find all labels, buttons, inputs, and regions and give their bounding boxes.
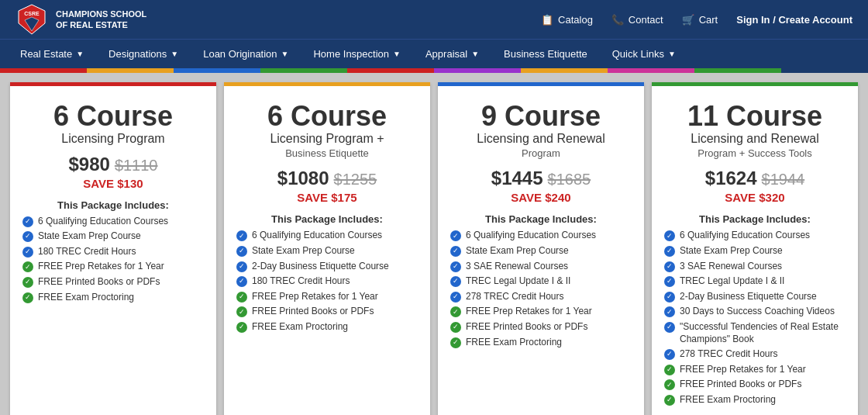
program-name: Licensing and Renewal bbox=[664, 132, 846, 146]
list-item: ✓TREC Legal Update I & II bbox=[450, 275, 632, 288]
check-icon: ✓ bbox=[450, 246, 461, 257]
logo-area: CSRE CHAMPIONS SCHOOL OF REAL ESTATE bbox=[16, 3, 146, 36]
check-icon: ✓ bbox=[450, 292, 461, 303]
feature-text: TREC Legal Update I & II bbox=[680, 275, 784, 288]
list-item: ✓FREE Printed Books or PDFs bbox=[236, 306, 418, 318]
price-save: SAVE $130 bbox=[22, 177, 204, 190]
contact-link[interactable]: 📞 Contact bbox=[611, 14, 663, 26]
color-bar-pink bbox=[608, 68, 694, 73]
chevron-down-icon: ▼ bbox=[471, 50, 479, 58]
list-item: ✓3 SAE Renewal Courses bbox=[664, 261, 846, 273]
check-icon: ✓ bbox=[450, 276, 461, 287]
list-item: ✓State Exam Prep Course bbox=[22, 230, 204, 243]
chevron-down-icon: ▼ bbox=[393, 50, 401, 58]
list-item: ✓6 Qualifying Education Courses bbox=[664, 230, 846, 242]
chevron-down-icon: ▼ bbox=[668, 50, 676, 58]
list-item: ✓FREE Prep Retakes for 1 Year bbox=[22, 261, 204, 273]
price-save: SAVE $175 bbox=[236, 191, 418, 204]
course-number: 11 Course bbox=[664, 101, 846, 132]
cards-container: 6 CourseLicensing Program$980$1110SAVE $… bbox=[0, 73, 868, 415]
check-icon: ✓ bbox=[664, 395, 675, 406]
card-top-bar bbox=[224, 82, 430, 86]
check-icon: ✓ bbox=[22, 292, 33, 303]
color-bar-red2 bbox=[347, 68, 434, 73]
price-save: SAVE $320 bbox=[664, 191, 846, 204]
list-item: ✓6 Qualifying Education Courses bbox=[236, 230, 418, 242]
price-current: $980 bbox=[68, 154, 109, 175]
check-icon: ✓ bbox=[236, 292, 247, 303]
check-icon: ✓ bbox=[664, 322, 675, 333]
price-original: $1685 bbox=[548, 171, 591, 188]
check-icon: ✓ bbox=[450, 322, 461, 333]
color-bar-navy bbox=[781, 68, 868, 73]
check-icon: ✓ bbox=[664, 306, 675, 317]
list-item: ✓FREE Exam Proctoring bbox=[236, 321, 418, 334]
check-icon: ✓ bbox=[22, 247, 33, 258]
program-subtitle: Business Etiquette bbox=[236, 147, 418, 161]
list-item: ✓FREE Prep Retakes for 1 Year bbox=[450, 306, 632, 318]
logo-text: CHAMPIONS SCHOOL OF REAL ESTATE bbox=[56, 9, 146, 31]
feature-text: 2-Day Business Etiquette Course bbox=[680, 291, 817, 303]
nav-appraisal[interactable]: Appraisal ▼ bbox=[413, 40, 491, 69]
nav-loan-origination[interactable]: Loan Origination ▼ bbox=[191, 40, 301, 69]
course-number: 6 Course bbox=[236, 101, 418, 132]
list-item: ✓FREE Exam Proctoring bbox=[664, 394, 846, 406]
list-item: ✓FREE Printed Books or PDFs bbox=[664, 379, 846, 391]
price-original: $1110 bbox=[115, 157, 158, 174]
feature-text: FREE Exam Proctoring bbox=[252, 321, 348, 334]
feature-list: ✓6 Qualifying Education Courses✓State Ex… bbox=[236, 230, 418, 333]
feature-text: 6 Qualifying Education Courses bbox=[252, 230, 382, 242]
feature-text: FREE Exam Proctoring bbox=[466, 337, 562, 349]
sign-in-button[interactable]: Sign In / Create Account bbox=[736, 14, 852, 26]
check-icon: ✓ bbox=[236, 322, 247, 333]
list-item: ✓278 TREC Credit Hours bbox=[664, 348, 846, 361]
feature-text: FREE Printed Books or PDFs bbox=[38, 276, 160, 289]
feature-text: State Exam Prep Course bbox=[252, 245, 355, 258]
feature-text: 2-Day Business Etiquette Course bbox=[252, 261, 389, 273]
color-bar bbox=[0, 68, 868, 73]
check-icon: ✓ bbox=[236, 306, 247, 317]
cart-link[interactable]: 🛒 Cart bbox=[682, 14, 718, 26]
nav-quick-links[interactable]: Quick Links ▼ bbox=[600, 40, 688, 69]
contact-icon: 📞 bbox=[611, 14, 624, 26]
feature-text: FREE Prep Retakes for 1 Year bbox=[680, 364, 806, 376]
feature-list: ✓6 Qualifying Education Courses✓State Ex… bbox=[450, 230, 632, 348]
course-number: 9 Course bbox=[450, 101, 632, 132]
list-item: ✓State Exam Prep Course bbox=[664, 245, 846, 258]
feature-text: FREE Prep Retakes for 1 Year bbox=[466, 306, 592, 318]
feature-text: TREC Legal Update I & II bbox=[466, 275, 570, 288]
check-icon: ✓ bbox=[22, 261, 33, 272]
check-icon: ✓ bbox=[236, 276, 247, 287]
program-name: Licensing Program + bbox=[236, 132, 418, 146]
price-current: $1445 bbox=[491, 168, 543, 188]
price-original: $1944 bbox=[762, 171, 805, 188]
package-includes-title: This Package Includes: bbox=[236, 213, 418, 225]
main-nav: Real Estate ▼ Designations ▼ Loan Origin… bbox=[0, 39, 868, 68]
program-subtitle: Program bbox=[450, 147, 632, 161]
card-top-bar bbox=[438, 82, 644, 86]
check-icon: ✓ bbox=[22, 277, 33, 288]
check-icon: ✓ bbox=[450, 230, 461, 241]
program-name: Licensing and Renewal bbox=[450, 132, 632, 146]
feature-text: 278 TREC Credit Hours bbox=[466, 291, 564, 303]
nav-designations[interactable]: Designations ▼ bbox=[96, 40, 191, 69]
package-includes-title: This Package Includes: bbox=[22, 199, 204, 211]
feature-text: "Successful Tendencies of Real Estate Ch… bbox=[680, 321, 846, 345]
list-item: ✓TREC Legal Update I & II bbox=[664, 275, 846, 288]
list-item: ✓State Exam Prep Course bbox=[450, 245, 632, 258]
list-item: ✓3 SAE Renewal Courses bbox=[450, 261, 632, 273]
feature-text: 3 SAE Renewal Courses bbox=[466, 261, 568, 273]
feature-text: 6 Qualifying Education Courses bbox=[38, 216, 168, 228]
feature-text: 6 Qualifying Education Courses bbox=[466, 230, 596, 242]
feature-text: State Exam Prep Course bbox=[38, 230, 141, 243]
list-item: ✓FREE Prep Retakes for 1 Year bbox=[664, 364, 846, 376]
catalog-link[interactable]: 📋 Catalog bbox=[541, 14, 593, 26]
check-icon: ✓ bbox=[664, 365, 675, 375]
nav-real-estate[interactable]: Real Estate ▼ bbox=[8, 40, 96, 69]
feature-text: 180 TREC Credit Hours bbox=[252, 275, 350, 288]
feature-text: State Exam Prep Course bbox=[680, 245, 783, 258]
nav-business-etiquette[interactable]: Business Etiquette bbox=[491, 40, 600, 69]
pricing-area: $1445$1685SAVE $240 bbox=[450, 168, 632, 204]
nav-home-inspection[interactable]: Home Inspection ▼ bbox=[301, 40, 412, 69]
list-item: ✓30 Days to Success Coaching Videos bbox=[664, 306, 846, 318]
